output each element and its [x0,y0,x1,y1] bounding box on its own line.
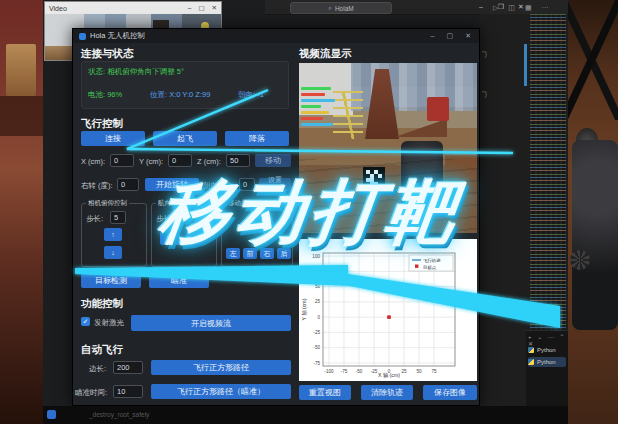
move-back-button[interactable]: 后 [277,248,291,259]
y-label: Y (cm): [139,157,163,166]
svg-text:75: 75 [431,369,437,374]
rotate-input[interactable] [117,178,139,191]
app-minimize-button[interactable]: – [431,32,435,40]
rotate-label: 右转 (度): [81,181,113,191]
svg-text:-25: -25 [371,369,378,374]
video-window-titlebar[interactable]: Video – ▢ ✕ [45,2,221,14]
terminal-tab-python-2[interactable]: Python [528,357,566,367]
fly-square-aim-button[interactable]: 飞行正方形路径（瞄准） [151,384,291,399]
vscode-run-toolbar-icons[interactable]: ▷ ◫ ▦ ⋯ [493,4,552,12]
laser-checkbox[interactable]: ✓ [81,317,90,326]
bottom-console-bar: _destroy_root_safely [43,406,568,424]
connect-button[interactable]: 连接 [81,131,145,146]
vscode-editor-column: ")") + ⌄ ⋯ ⌃ ✕ Python Python [480,14,568,408]
python-icon [528,359,534,365]
move-right-button[interactable]: 右 [260,248,274,259]
camera-step-label: 步长: [86,214,103,224]
video-minimize-button[interactable]: – [188,4,192,12]
room-photo-right [568,0,618,424]
heading-left-button[interactable]: ← [160,232,180,245]
camera-feed-image [299,63,477,233]
vscode-search-text: HolaM [335,5,354,12]
room-photo-left [0,0,43,424]
battery-text: 电池: 96% [88,90,122,100]
pitch-down-button[interactable]: ↓ [104,246,122,259]
svg-text:75: 75 [315,269,321,274]
clear-track-button[interactable]: 清除轨迹 [361,385,413,400]
section-flight-header: 飞行控制 [81,117,123,131]
camera-step-input[interactable] [110,211,126,224]
y-input[interactable] [168,154,192,167]
move-left-button[interactable]: 左 [226,248,240,259]
section-function-header: 功能控制 [81,297,123,311]
python-icon [528,347,534,353]
aruco-marker [363,167,385,189]
video-panel-header: 视频流显示 [299,47,352,61]
heading-step-input[interactable] [180,211,196,224]
svg-text:Y 轴 (cm): Y 轴 (cm) [301,298,308,320]
svg-text:-75: -75 [341,369,348,374]
svg-text:-50: -50 [313,345,320,350]
vscode-search-box[interactable]: ⌕ HolaM [290,2,392,14]
app-titlebar[interactable]: Hola 无人机控制 – ▢ ✕ [73,29,479,43]
status-box: 状态: 相机俯仰角向下调整 5° 电池: 96% 位置: X:0 Y:0 Z:9… [81,61,289,109]
svg-text:50: 50 [416,369,422,374]
reset-view-button[interactable]: 重置视图 [299,385,351,400]
yaw-label: 朝向 (度): [203,181,235,191]
heading-step-label: 步长: [156,214,173,224]
video-close-button[interactable]: ✕ [212,4,217,12]
land-button[interactable]: 降落 [225,131,289,146]
taskbar-app-icon[interactable] [47,410,56,419]
section-connection-header: 连接与状态 [81,47,134,61]
search-icon: ⌕ [328,4,332,12]
heading-right-button[interactable]: → [186,232,206,245]
heading-text: 朝向: -1 [238,90,264,100]
feed-curtains [351,63,477,111]
editor-scrollbar[interactable] [524,44,527,86]
svg-text:50: 50 [315,284,321,289]
move-forward-button[interactable]: 前 [243,248,257,259]
heading-group-title: 航向控制 [156,199,186,208]
move-button[interactable]: 移动 [255,154,291,167]
code-minimap[interactable] [530,14,566,330]
side-length-label: 边长: [89,364,106,374]
x-input[interactable] [110,154,134,167]
aim-time-input[interactable] [113,385,143,398]
laser-label: 发射激光 [94,318,124,328]
svg-text:-25: -25 [313,330,320,335]
pitch-up-button[interactable]: ↑ [104,228,122,241]
target-detect-button[interactable]: 目标检测 [81,273,141,288]
screenshot-root: ⌕ HolaM – ❐ ✕ ▷ ◫ ▦ ⋯ ")") + ⌄ ⋯ ⌃ ✕ Pyt… [0,0,618,424]
side-length-input[interactable] [113,361,143,374]
start-stream-button[interactable]: 开启视频流 [131,315,291,331]
svg-text:-50: -50 [356,369,363,374]
video-maximize-button[interactable]: ▢ [198,4,204,12]
svg-text:X 轴 (cm): X 轴 (cm) [378,372,400,379]
set-yaw-button[interactable]: 设置朝向 [259,178,291,191]
z-input[interactable] [226,154,250,167]
fly-square-button[interactable]: 飞行正方形路径 [151,360,291,375]
move-group: 移动控制 左 前 右 后 [221,203,293,267]
robot-wheel [570,250,590,270]
app-close-button[interactable]: ✕ [465,32,471,40]
save-image-button[interactable]: 保存图像 [423,385,477,400]
move-group-title: 移动控制 [226,199,256,208]
feed-floor-planks [299,159,477,233]
app-title: Hola 无人机控制 [90,31,145,41]
tripod-legs [568,0,618,120]
svg-text:25: 25 [401,369,407,374]
start-rotate-button[interactable]: 开始旋转 [145,178,199,191]
trajectory-chart: -100-75-50-2502550751007550250-25-50-75X… [299,239,477,381]
z-label: Z (cm): [197,157,221,166]
camera-pitch-group: 相机俯仰控制 步长: ↑ ↓ [81,203,147,267]
terminal-tab-python-1[interactable]: Python [528,345,566,355]
heading-group: 航向控制 步长: ← → [151,203,217,267]
position-text: 位置: X:0 Y:0 Z:99 [150,90,210,100]
ground-robot [572,140,618,330]
aim-button[interactable]: 瞄准 [149,273,209,288]
yaw-input[interactable] [239,178,255,191]
svg-text:100: 100 [312,254,320,259]
app-maximize-button[interactable]: ▢ [447,32,454,40]
takeoff-button[interactable]: 起飞 [153,131,217,146]
vscode-minimize-button[interactable]: – [473,0,489,13]
